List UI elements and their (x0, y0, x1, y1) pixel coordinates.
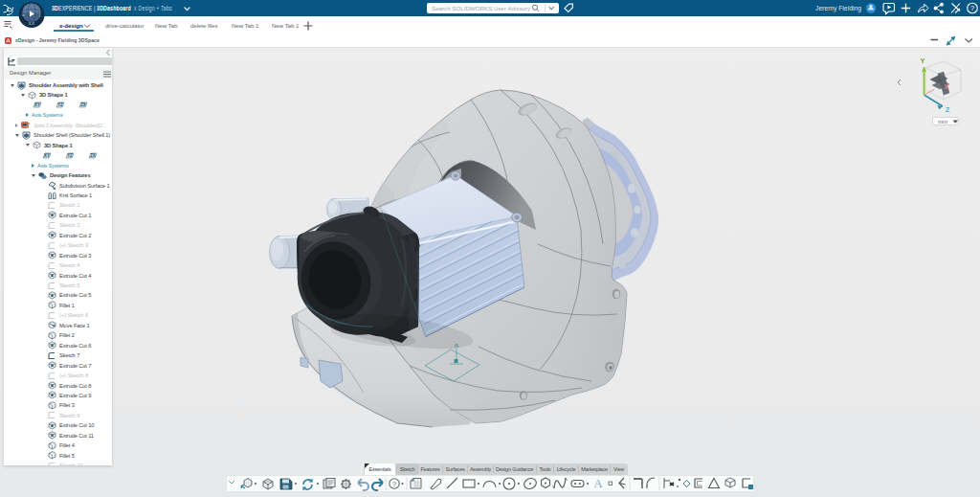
svg-text:?: ? (970, 4, 974, 12)
svg-text:Y: Y (920, 56, 924, 65)
svg-text:A: A (593, 476, 603, 490)
svg-text:Z: Z (946, 105, 950, 114)
svg-text:?: ? (392, 480, 397, 488)
svg-text:X: X (944, 82, 948, 91)
